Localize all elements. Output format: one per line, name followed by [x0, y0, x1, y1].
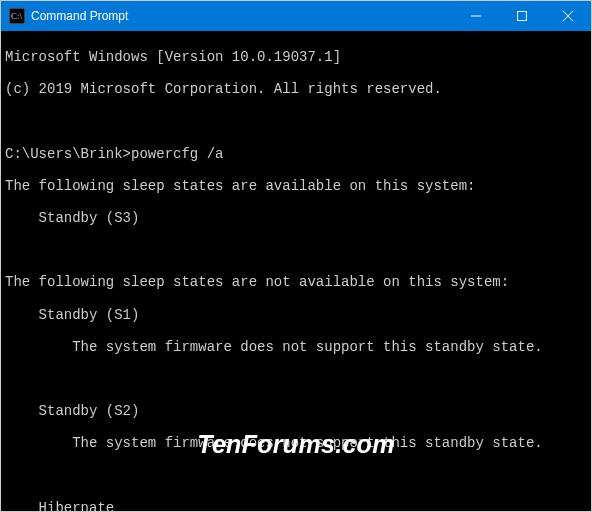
console-line: Microsoft Windows [Version 10.0.19037.1]	[5, 49, 589, 65]
console-line	[5, 371, 589, 387]
minimize-button[interactable]	[453, 1, 499, 31]
close-button[interactable]	[545, 1, 591, 31]
svg-text:C:\: C:\	[11, 11, 23, 21]
window-title: Command Prompt	[31, 9, 453, 23]
console-line	[5, 242, 589, 258]
console-output[interactable]: Microsoft Windows [Version 10.0.19037.1]…	[1, 31, 591, 511]
console-line: The system firmware does not support thi…	[5, 435, 589, 451]
svg-rect-4	[518, 12, 527, 21]
console-line	[5, 468, 589, 484]
console-line: Standby (S3)	[5, 210, 589, 226]
cmd-icon: C:\	[9, 8, 25, 24]
prompt-line: C:\Users\Brink>powercfg /a	[5, 146, 589, 162]
console-line: (c) 2019 Microsoft Corporation. All righ…	[5, 81, 589, 97]
maximize-button[interactable]	[499, 1, 545, 31]
console-line: Standby (S1)	[5, 307, 589, 323]
console-line	[5, 113, 589, 129]
console-line: The following sleep states are available…	[5, 178, 589, 194]
window: C:\ Command Prompt Microsoft Windows [Ve…	[1, 1, 591, 511]
console-line: Hibernate	[5, 500, 589, 511]
titlebar[interactable]: C:\ Command Prompt	[1, 1, 591, 31]
console-line: The following sleep states are not avail…	[5, 274, 589, 290]
console-line: Standby (S2)	[5, 403, 589, 419]
prompt-path: C:\Users\Brink>	[5, 146, 131, 162]
command-text: powercfg /a	[131, 146, 223, 162]
console-line: The system firmware does not support thi…	[5, 339, 589, 355]
